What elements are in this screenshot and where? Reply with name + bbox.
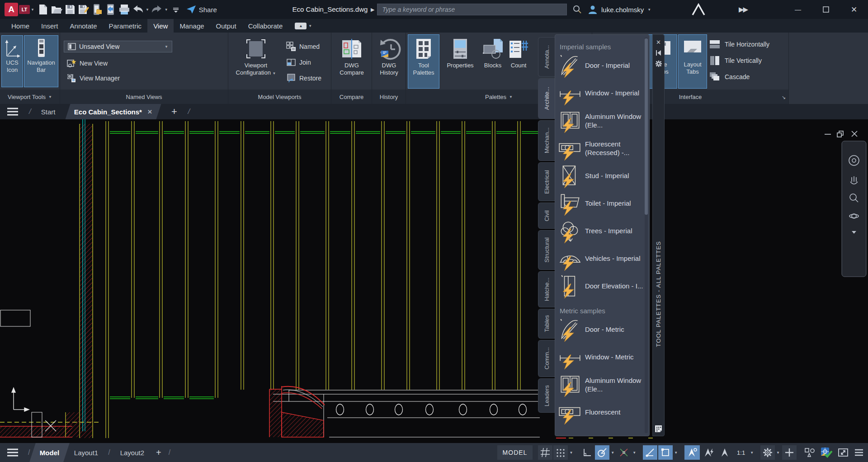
minimize-button[interactable]: — [784, 0, 812, 19]
toolbar-overflow-icon[interactable]: ▶▶ [739, 0, 747, 19]
snap-mode-button[interactable] [553, 445, 568, 460]
palette-scrollbar-thumb[interactable] [645, 38, 648, 215]
file-tab-active[interactable]: Eco Cabin_Sections* ✕ [66, 104, 161, 119]
layout-tabs-button[interactable]: Layout Tabs [678, 34, 707, 89]
annotation-scale-button-caret[interactable]: ▼ [749, 451, 755, 455]
palette-item[interactable]: Toilet - Imperial [555, 189, 649, 217]
ribbon-tab-home[interactable]: Home [5, 19, 35, 33]
polar-tracking-button[interactable] [595, 445, 609, 460]
object-snap-button-caret[interactable]: ▼ [673, 451, 679, 455]
tool-palettes-button[interactable]: Tool Palettes [408, 34, 439, 89]
palette-tab-hatche[interactable]: Hatche... [538, 271, 555, 307]
grid-display-button[interactable] [538, 445, 552, 460]
open-file-icon[interactable] [51, 3, 62, 16]
ribbon-tab-collaborate[interactable]: Collaborate [242, 19, 289, 33]
blocks-button[interactable]: Blocks [480, 34, 505, 89]
save-as-icon[interactable] [78, 3, 90, 16]
palette-tab-tables[interactable]: Tables [538, 309, 555, 339]
palette-item[interactable]: Door Elevation - I... [555, 272, 649, 300]
named-viewports-button[interactable]: Named [286, 42, 320, 52]
search-expand-icon[interactable]: ▶ [371, 7, 374, 13]
save-to-mobile-icon[interactable] [105, 3, 117, 16]
cascade-button[interactable]: Cascade [709, 71, 750, 82]
palette-tab-leaders[interactable]: Leaders [538, 378, 555, 413]
tile-horizontally-button[interactable]: Tile Horizontally [709, 39, 769, 50]
object-snap-button[interactable] [658, 445, 673, 460]
isolate-objects-button[interactable] [802, 445, 817, 460]
ribbon-tab-output[interactable]: Output [210, 19, 242, 33]
palette-grid-icon[interactable] [654, 424, 663, 433]
annotation-scale-button[interactable]: 1:1 [733, 445, 749, 460]
dwg-compare-button[interactable]: DWG Compare [335, 34, 369, 89]
undo-icon-caret[interactable]: ▼ [146, 8, 149, 12]
palette-item[interactable]: Door - Metric [555, 316, 649, 343]
isometric-drafting-button-caret[interactable]: ▼ [631, 451, 637, 455]
file-tabs-menu-button[interactable] [0, 104, 25, 119]
new-file-icon[interactable] [37, 3, 49, 16]
view-manager-button[interactable]: View Manager [66, 73, 120, 83]
search-icon[interactable] [572, 5, 582, 14]
ribbon-collapse-caret-icon[interactable]: ▼ [308, 24, 312, 28]
palette-item[interactable]: Door - Imperial [555, 52, 649, 79]
palette-item[interactable]: Window - Imperial [555, 79, 649, 107]
palette-item[interactable]: Trees - Imperial [555, 217, 649, 245]
hardware-acceleration-button[interactable] [818, 445, 835, 460]
ribbon-collapse-button[interactable]: ▲ [295, 23, 307, 29]
maximize-button[interactable] [812, 0, 840, 19]
annotation-autoscale-button[interactable] [701, 445, 716, 460]
save-icon[interactable] [64, 3, 76, 16]
isolate-add-button[interactable] [782, 445, 797, 460]
open-from-mobile-icon[interactable] [91, 3, 103, 16]
ribbon-tab-insert[interactable]: Insert [35, 19, 64, 33]
viewport-configuration-button[interactable]: Viewport Configuration ▼ [229, 34, 283, 89]
snap-mode-button-caret[interactable]: ▼ [568, 451, 574, 455]
redo-icon-caret[interactable]: ▼ [165, 8, 168, 12]
palette-tab-comm[interactable]: Comm... [538, 340, 555, 377]
annotation-visibility-button[interactable] [684, 445, 700, 460]
ucs-icon-button[interactable]: UCS Icon [1, 35, 23, 87]
app-menu-button[interactable]: A LT ▼ [5, 3, 34, 16]
layout-tab-model[interactable]: Model [30, 443, 70, 462]
count-button[interactable]: Count [506, 34, 531, 89]
ribbon-tab-manage[interactable]: Manage [174, 19, 210, 33]
palette-item[interactable]: Aluminum Window (Ele... [555, 371, 649, 398]
workspace-switching-button[interactable] [760, 445, 775, 460]
layout-tab-layout1[interactable]: Layout1 [67, 443, 105, 462]
user-account-button[interactable]: luke.cholmsky ▼ [588, 0, 651, 19]
palette-scrollbar[interactable] [645, 38, 648, 433]
palette-item[interactable]: Stud - Imperial [555, 162, 649, 189]
customize-button[interactable] [852, 445, 866, 460]
model-space-button[interactable]: MODEL [497, 445, 533, 460]
properties-button[interactable]: Properties [442, 34, 478, 89]
object-snap-tracking-button[interactable] [643, 445, 657, 460]
drawing-canvas[interactable] [0, 119, 868, 443]
tile-vertically-button[interactable]: Tile Vertically [709, 55, 762, 66]
close-button[interactable]: ✕ [840, 0, 868, 19]
layout-tab-layout2[interactable]: Layout2 [113, 443, 151, 462]
navigation-bar-button[interactable]: Navigation Bar [24, 35, 58, 87]
viewport-tools-panel-label[interactable]: Viewport Tools▼ [0, 90, 60, 104]
palette-close-icon[interactable]: ✕ [653, 37, 664, 47]
palette-tab-mechan[interactable]: Mechan... [538, 120, 555, 161]
palette-item[interactable]: Window - Metric [555, 343, 649, 371]
palette-tab-electrical[interactable]: Electrical [538, 162, 555, 201]
palette-tab-structural[interactable]: Structural [538, 230, 555, 270]
palette-properties-icon[interactable] [653, 58, 664, 69]
palette-item[interactable]: Aluminum Window (Ele... [555, 107, 649, 134]
layout-menu-button[interactable] [0, 443, 25, 462]
palette-item[interactable]: Fluorescent (Recessed) -... [555, 134, 649, 162]
ribbon-tab-view[interactable]: View [147, 19, 174, 33]
clean-screen-button[interactable] [835, 445, 851, 460]
plot-icon[interactable] [118, 3, 130, 16]
palette-tab-civil[interactable]: Civil [538, 203, 555, 229]
palette-item[interactable]: Fluorescent [555, 398, 649, 426]
palette-item[interactable]: Vehicles - Imperial [555, 245, 649, 272]
qat-customize-icon[interactable] [170, 3, 182, 16]
polar-tracking-button-caret[interactable]: ▼ [609, 451, 616, 455]
new-layout-button[interactable]: + [151, 443, 166, 462]
annotation-scale-icon[interactable] [717, 445, 732, 460]
search-input[interactable] [377, 4, 567, 15]
dwg-history-button[interactable]: DWG History [374, 34, 404, 89]
new-drawing-tab-button[interactable]: + [164, 104, 184, 119]
new-view-button[interactable]: New View [66, 58, 108, 68]
